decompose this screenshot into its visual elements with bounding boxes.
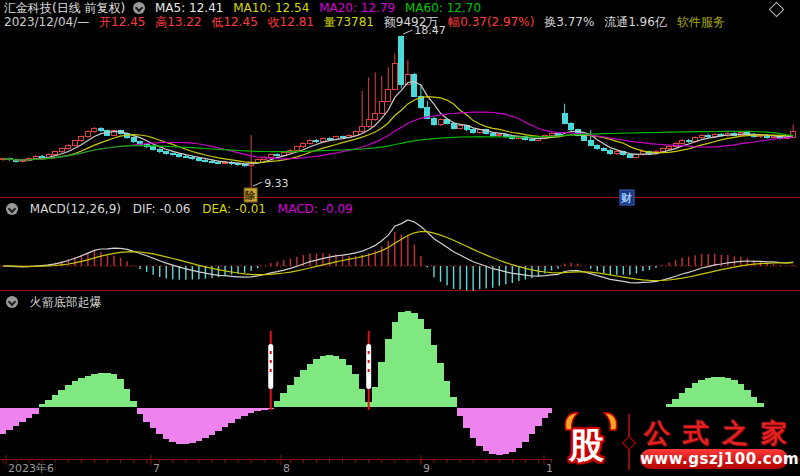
svg-text:2023年6: 2023年6 <box>8 462 54 475</box>
svg-text:7: 7 <box>153 462 160 475</box>
website-url[interactable]: www.gszj100.com <box>640 449 788 469</box>
bull-stock-icon: 股 <box>562 410 620 470</box>
svg-text:18.47: 18.47 <box>414 24 446 37</box>
watermark-logo: 股 公式之家 www.gszj100.com <box>552 408 798 472</box>
brand-name: 公式之家 <box>644 416 800 451</box>
svg-text:8: 8 <box>283 462 290 475</box>
logo-diamond-icon <box>622 436 636 450</box>
svg-text:9: 9 <box>423 462 430 475</box>
moving-average-lines <box>3 82 793 164</box>
svg-text:财: 财 <box>620 192 632 205</box>
macd-histogram <box>0 220 800 291</box>
svg-text:9.33: 9.33 <box>264 177 289 190</box>
svg-text:除: 除 <box>245 190 256 201</box>
stock-chart-window: 汇金科技(日线 前复权) MA5: 12.41 MA10: 12.54 MA20… <box>0 0 800 476</box>
chart-canvas[interactable]: 2023年678910 18.479.33除财 <box>0 0 800 476</box>
price-annotations: 18.479.33除财 <box>244 24 634 205</box>
bull-char: 股 <box>569 422 604 469</box>
